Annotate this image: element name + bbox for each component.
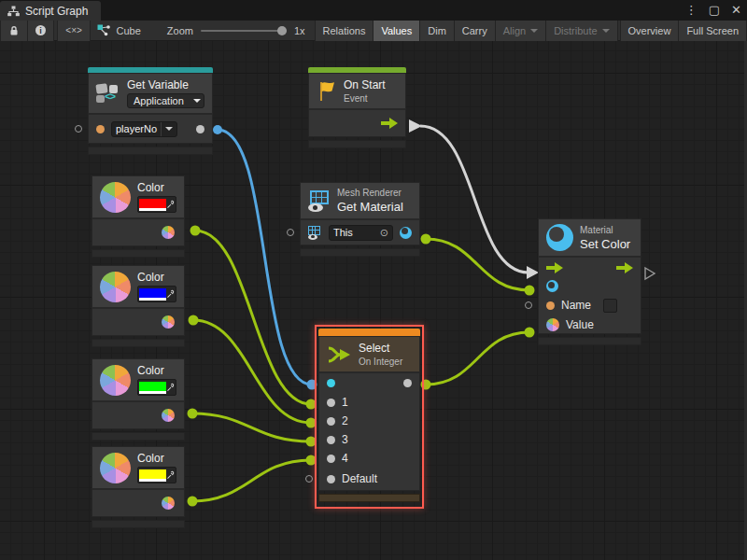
selector-input-port[interactable] xyxy=(327,379,335,387)
selection-output-port[interactable] xyxy=(403,379,412,387)
material-icon xyxy=(546,224,573,251)
title-bar: Script Graph ⋮ ▢ ✕ xyxy=(0,0,747,21)
flow-input-port[interactable] xyxy=(546,262,563,273)
values-toggle[interactable]: Values xyxy=(374,21,420,41)
script-graph-window: Script Graph ⋮ ▢ ✕ i <×> xyxy=(0,0,747,560)
node-color-bar xyxy=(318,329,420,336)
dim-label: Dim xyxy=(428,25,446,36)
wire-onstart-setcolor xyxy=(420,126,529,273)
align-menu[interactable]: Align xyxy=(496,21,546,41)
graph-reference[interactable]: Cube xyxy=(97,24,141,36)
graph-canvas[interactable]: <> Get Variable Application playerNo xyxy=(0,41,747,560)
option-input-port[interactable] xyxy=(327,417,335,426)
color-swatch[interactable] xyxy=(139,288,166,301)
material-output-port[interactable] xyxy=(400,227,412,239)
close-icon[interactable]: ✕ xyxy=(731,3,741,18)
color-field[interactable] xyxy=(137,379,176,396)
option-input-port[interactable] xyxy=(327,455,335,463)
value-output-port[interactable] xyxy=(196,125,204,133)
graph-ref-label: Cube xyxy=(117,25,141,36)
node-set-color[interactable]: Material Set Color Name xyxy=(538,218,641,345)
name-label: Name xyxy=(561,299,591,312)
node-subtitle: Material xyxy=(580,225,630,235)
node-title: Set Color xyxy=(580,237,630,251)
name-input-port[interactable] xyxy=(546,301,555,310)
node-footer xyxy=(318,494,420,502)
default-input-port[interactable] xyxy=(327,475,335,483)
eyedropper-icon[interactable] xyxy=(166,198,175,211)
eyedropper-icon[interactable] xyxy=(166,287,175,301)
eyedropper-icon[interactable] xyxy=(166,381,175,394)
zoom-slider[interactable] xyxy=(201,30,287,32)
node-color-yellow[interactable]: Color xyxy=(92,446,185,528)
mesh-renderer-icon xyxy=(308,189,331,212)
chevron-down-icon xyxy=(530,29,538,33)
kebab-menu-icon[interactable]: ⋮ xyxy=(685,3,698,18)
option-input-port[interactable] xyxy=(327,436,335,444)
distribute-label: Distribute xyxy=(554,25,597,36)
lock-icon xyxy=(8,25,20,36)
value-label: Value xyxy=(566,318,594,331)
material-input-port[interactable] xyxy=(546,280,558,292)
option-label: 2 xyxy=(342,414,348,427)
object-picker-icon[interactable]: ⊙ xyxy=(380,228,388,238)
chevron-down-icon xyxy=(193,99,201,103)
color-wheel-icon xyxy=(100,453,131,483)
target-type-icon xyxy=(308,226,322,240)
eyedropper-icon[interactable] xyxy=(166,469,175,482)
node-footer xyxy=(538,337,641,345)
inspect-button[interactable]: i xyxy=(28,21,54,41)
lock-button[interactable] xyxy=(0,21,28,41)
distribute-menu[interactable]: Distribute xyxy=(546,21,617,41)
maximize-icon[interactable]: ▢ xyxy=(709,3,720,18)
name-input-field[interactable] xyxy=(603,299,617,313)
flow-output-port[interactable] xyxy=(381,118,398,129)
node-get-material[interactable]: Mesh Renderer Get Material This ⊙ xyxy=(300,182,420,257)
color-swatch[interactable] xyxy=(139,382,166,394)
node-title: Get Material xyxy=(337,200,403,214)
target-object-field[interactable]: This ⊙ xyxy=(329,225,393,241)
node-footer xyxy=(300,248,420,257)
zoom-slider-knob[interactable] xyxy=(277,26,287,35)
default-label: Default xyxy=(342,472,377,485)
carry-toggle[interactable]: Carry xyxy=(455,21,496,41)
node-title: Color xyxy=(137,181,176,194)
color-field[interactable] xyxy=(137,467,176,483)
node-color-green[interactable]: Color xyxy=(92,358,185,441)
color-output-port[interactable] xyxy=(162,315,175,329)
dim-toggle[interactable]: Dim xyxy=(420,21,455,41)
unconnected-port-circle xyxy=(75,125,82,133)
fullscreen-button[interactable]: Full Screen xyxy=(679,21,747,41)
color-output-port[interactable] xyxy=(162,497,175,510)
code-preview-button[interactable]: <×> xyxy=(57,21,91,41)
color-output-port[interactable] xyxy=(162,226,175,239)
color-swatch[interactable] xyxy=(139,199,166,211)
variable-name-field[interactable]: playerNo xyxy=(111,121,177,137)
option-label: 1 xyxy=(342,396,348,409)
node-on-start[interactable]: On Start Event xyxy=(308,67,406,148)
relations-label: Relations xyxy=(323,25,366,36)
value-input-port[interactable] xyxy=(546,318,559,331)
relations-toggle[interactable]: Relations xyxy=(315,21,374,41)
option-input-port[interactable] xyxy=(327,399,335,407)
tab-script-graph[interactable]: Script Graph xyxy=(0,1,101,21)
node-color-blue[interactable]: Color xyxy=(92,265,185,347)
tab-title: Script Graph xyxy=(25,5,88,18)
color-field[interactable] xyxy=(137,196,176,213)
color-field[interactable] xyxy=(137,286,176,302)
flow-output-port[interactable] xyxy=(616,262,633,273)
name-input-port[interactable] xyxy=(96,125,105,133)
node-get-variable[interactable]: <> Get Variable Application playerNo xyxy=(88,67,213,155)
node-select[interactable]: Select On Integer 1 2 xyxy=(318,329,420,502)
variable-name-dropdown[interactable] xyxy=(161,122,173,136)
wire-playerno-select xyxy=(218,130,312,385)
color-swatch[interactable] xyxy=(139,469,166,482)
variable-scope-dropdown[interactable]: Application xyxy=(127,93,204,108)
color-output-port[interactable] xyxy=(162,409,175,422)
node-footer xyxy=(92,432,185,441)
node-color-red[interactable]: Color xyxy=(92,175,185,258)
target-value: This xyxy=(333,227,353,238)
zoom-value: 1x xyxy=(294,25,305,36)
overview-button[interactable]: Overview xyxy=(620,21,680,41)
align-label: Align xyxy=(503,25,526,36)
